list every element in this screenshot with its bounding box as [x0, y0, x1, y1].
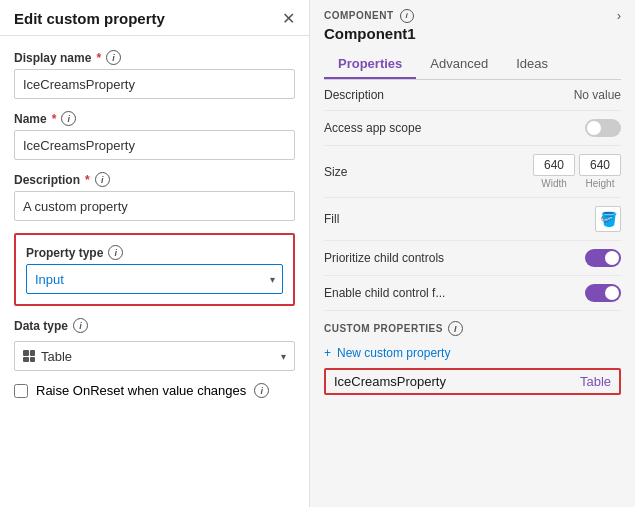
prop-label-enable-child-control: Enable child control f...: [324, 286, 445, 300]
component-info-icon[interactable]: i: [400, 9, 414, 23]
name-required-star: *: [52, 112, 57, 126]
size-width-input[interactable]: [533, 154, 575, 176]
component-name: Component1: [324, 25, 621, 50]
new-property-label: New custom property: [337, 346, 450, 360]
property-type-info-icon[interactable]: i: [108, 245, 123, 260]
close-button[interactable]: ✕: [282, 11, 295, 27]
custom-prop-name-icecreams: IceCreamsProperty: [334, 374, 446, 389]
prop-row-description: Description No value: [324, 80, 621, 111]
size-height-input[interactable]: [579, 154, 621, 176]
toggle-enable-child-control[interactable]: [585, 284, 621, 302]
left-panel: Edit custom property ✕ Display name * i …: [0, 0, 310, 507]
prop-row-size: Size Width Height: [324, 146, 621, 198]
size-labels: Width Height: [533, 178, 621, 189]
component-label: COMPONENT: [324, 10, 394, 21]
left-header: Edit custom property ✕: [0, 0, 309, 36]
fill-swatch[interactable]: 🪣: [595, 206, 621, 232]
toggle-prioritize-child[interactable]: [585, 249, 621, 267]
name-field: Name * i: [14, 111, 295, 160]
prop-label-size: Size: [324, 165, 347, 179]
toggle-knob-prioritize-child: [605, 251, 619, 265]
display-name-field: Display name * i: [14, 50, 295, 99]
property-type-select[interactable]: Input Output Event Action: [26, 264, 283, 294]
description-label: Description * i: [14, 172, 295, 187]
name-info-icon[interactable]: i: [61, 111, 76, 126]
custom-prop-item-icecreams[interactable]: IceCreamsProperty Table: [324, 368, 621, 395]
display-name-label: Display name * i: [14, 50, 295, 65]
tab-properties[interactable]: Properties: [324, 50, 416, 79]
size-row: [533, 154, 621, 176]
toggle-knob-access-app-scope: [587, 121, 601, 135]
property-type-label: Property type i: [26, 245, 283, 260]
display-name-info-icon[interactable]: i: [106, 50, 121, 65]
property-type-section: Property type i Input Output Event Actio…: [14, 233, 295, 306]
new-custom-property-button[interactable]: + New custom property: [324, 342, 621, 364]
description-info-icon[interactable]: i: [95, 172, 110, 187]
new-property-plus-icon: +: [324, 346, 331, 360]
raise-on-reset-checkbox[interactable]: [14, 384, 28, 398]
left-body: Display name * i Name * i Description * …: [0, 36, 309, 507]
description-field: Description * i: [14, 172, 295, 221]
size-inputs: Width Height: [533, 154, 621, 189]
right-header: COMPONENT i › Component1 Properties Adva…: [310, 0, 635, 80]
size-height-label: Height: [579, 178, 621, 189]
table-icon: [23, 350, 35, 362]
name-label: Name * i: [14, 111, 295, 126]
property-type-select-wrapper: Input Output Event Action ▾: [26, 264, 283, 294]
toggle-knob-enable-child-control: [605, 286, 619, 300]
prop-label-access-app-scope: Access app scope: [324, 121, 421, 135]
tab-ideas[interactable]: Ideas: [502, 50, 562, 79]
custom-properties-info-icon[interactable]: i: [448, 321, 463, 336]
data-type-select-wrapper: Table ▾: [14, 341, 295, 371]
tab-advanced[interactable]: Advanced: [416, 50, 502, 79]
prop-label-fill: Fill: [324, 212, 339, 226]
raise-on-reset-label: Raise OnReset when value changes: [36, 383, 246, 398]
right-body: Description No value Access app scope Si…: [310, 80, 635, 507]
component-label-row: COMPONENT i ›: [324, 8, 621, 23]
tabs-row: Properties Advanced Ideas: [324, 50, 621, 80]
data-type-display[interactable]: Table ▾: [14, 341, 295, 371]
prop-value-description: No value: [574, 88, 621, 102]
desc-required-star: *: [85, 173, 90, 187]
required-star: *: [96, 51, 101, 65]
right-panel: COMPONENT i › Component1 Properties Adva…: [310, 0, 635, 507]
dialog-title: Edit custom property: [14, 10, 165, 27]
prop-row-access-app-scope: Access app scope: [324, 111, 621, 146]
display-name-input[interactable]: [14, 69, 295, 99]
data-type-label: Data type i: [14, 318, 295, 333]
custom-properties-label: CUSTOM PROPERTIES: [324, 323, 443, 334]
custom-properties-section-header: CUSTOM PROPERTIES i: [324, 311, 621, 342]
data-type-info-icon[interactable]: i: [73, 318, 88, 333]
prop-label-description: Description: [324, 88, 384, 102]
raise-on-reset-row: Raise OnReset when value changes i: [14, 383, 295, 398]
name-input[interactable]: [14, 130, 295, 160]
prop-label-prioritize-child: Prioritize child controls: [324, 251, 444, 265]
prop-row-fill: Fill 🪣: [324, 198, 621, 241]
size-width-label: Width: [533, 178, 575, 189]
toggle-access-app-scope[interactable]: [585, 119, 621, 137]
raise-on-reset-info-icon[interactable]: i: [254, 383, 269, 398]
data-type-section: Data type i Table ▾: [14, 318, 295, 371]
prop-row-enable-child-control: Enable child control f...: [324, 276, 621, 311]
component-chevron-right-icon[interactable]: ›: [617, 8, 621, 23]
prop-row-prioritize-child: Prioritize child controls: [324, 241, 621, 276]
data-type-chevron-icon: ▾: [281, 351, 286, 362]
description-input[interactable]: [14, 191, 295, 221]
custom-prop-type-icecreams: Table: [580, 374, 611, 389]
